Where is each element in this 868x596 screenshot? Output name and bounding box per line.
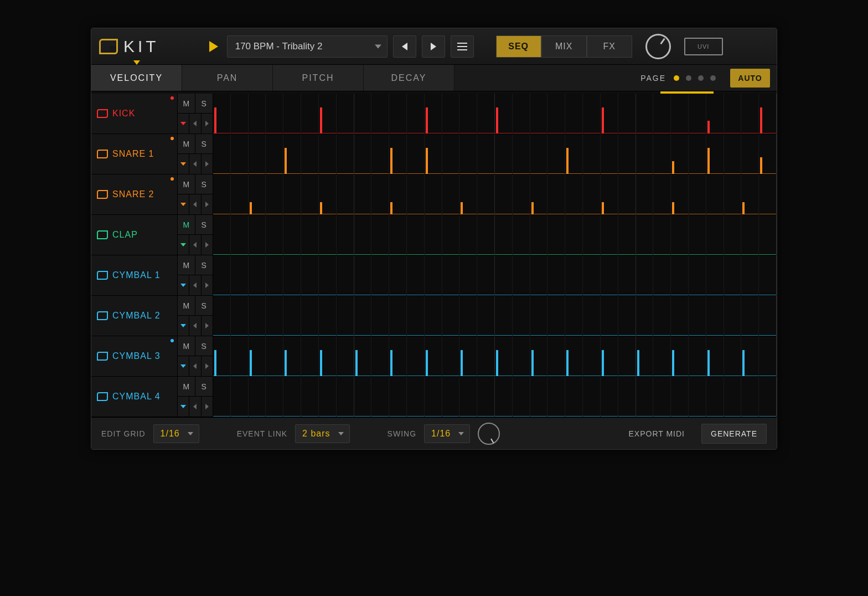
step-cell[interactable] [495, 174, 513, 214]
shift-left-button[interactable] [189, 397, 201, 417]
step-cell[interactable] [741, 215, 759, 255]
step-cell[interactable] [354, 134, 372, 174]
step-cell[interactable] [653, 215, 671, 255]
step-cell[interactable] [565, 377, 583, 417]
step-cell[interactable] [249, 134, 266, 174]
step-cell[interactable] [671, 94, 689, 133]
step-cell[interactable] [724, 134, 742, 174]
step-cell[interactable] [513, 94, 530, 133]
step-cell[interactable] [213, 336, 231, 376]
step-cell[interactable] [337, 215, 354, 255]
step-cell[interactable] [213, 377, 231, 417]
step-cell[interactable] [495, 296, 513, 336]
step-cell[interactable] [601, 377, 618, 417]
step-cell[interactable] [213, 255, 231, 295]
step-cell[interactable] [266, 296, 283, 336]
step-cell[interactable] [231, 296, 249, 336]
step-cell[interactable] [671, 296, 689, 336]
step-cell[interactable] [319, 174, 337, 214]
step-cell[interactable] [601, 94, 618, 133]
step-cell[interactable] [354, 377, 372, 417]
preset-prev-button[interactable] [393, 35, 416, 58]
step-cell[interactable] [266, 94, 283, 133]
step-cell[interactable] [459, 134, 477, 174]
step-cell[interactable] [565, 215, 583, 255]
step-cell[interactable] [319, 255, 337, 295]
velocity-bar[interactable] [461, 350, 463, 376]
velocity-bar[interactable] [672, 350, 674, 376]
step-cell[interactable] [249, 336, 266, 376]
step-cell[interactable] [706, 174, 724, 214]
step-cell[interactable] [741, 336, 759, 376]
step-cell[interactable] [671, 215, 689, 255]
shift-left-button[interactable] [189, 114, 201, 133]
step-cell[interactable] [354, 255, 372, 295]
step-cell[interactable] [407, 94, 425, 133]
step-cell[interactable] [283, 94, 301, 133]
step-cell[interactable] [759, 215, 777, 255]
step-cell[interactable] [477, 134, 495, 174]
step-cell[interactable] [459, 174, 477, 214]
step-cell[interactable] [477, 215, 495, 255]
step-cell[interactable] [389, 377, 407, 417]
step-cell[interactable] [530, 255, 548, 295]
step-cell[interactable] [601, 174, 618, 214]
step-cell[interactable] [213, 174, 231, 214]
velocity-bar[interactable] [320, 350, 322, 376]
step-cell[interactable] [513, 377, 530, 417]
step-cell[interactable] [547, 377, 565, 417]
step-cell[interactable] [618, 255, 636, 295]
step-cell[interactable] [547, 215, 565, 255]
step-cell[interactable] [283, 255, 301, 295]
track-title[interactable]: CYMBAL 3 [91, 336, 177, 376]
step-cell[interactable] [706, 134, 724, 174]
step-cell[interactable] [266, 377, 283, 417]
step-cell[interactable] [547, 296, 565, 336]
solo-button[interactable]: S [195, 377, 213, 397]
step-cell[interactable] [530, 336, 548, 376]
step-cell[interactable] [636, 296, 654, 336]
step-cell[interactable] [583, 377, 601, 417]
step-cell[interactable] [618, 134, 636, 174]
velocity-bar[interactable] [461, 202, 463, 214]
velocity-bar[interactable] [742, 350, 745, 376]
step-cell[interactable] [547, 336, 565, 376]
page-dot[interactable] [674, 75, 679, 81]
preset-select[interactable]: 170 BPM - Tribality 2 [227, 35, 388, 58]
step-cell[interactable] [389, 174, 407, 214]
solo-button[interactable]: S [195, 94, 213, 114]
view-seq-button[interactable]: SEQ [496, 35, 541, 58]
step-cell[interactable] [653, 134, 671, 174]
step-cell[interactable] [689, 296, 706, 336]
step-cell[interactable] [759, 336, 777, 376]
shift-right-button[interactable] [202, 194, 213, 214]
step-cell[interactable] [741, 94, 759, 133]
step-cell[interactable] [689, 134, 706, 174]
step-cell[interactable] [636, 94, 654, 133]
velocity-bar[interactable] [566, 148, 569, 174]
step-cell[interactable] [442, 336, 460, 376]
track-menu-button[interactable] [178, 275, 189, 295]
velocity-bar[interactable] [707, 350, 710, 376]
step-cell[interactable] [459, 296, 477, 336]
swing-select[interactable]: 1/16 [424, 424, 470, 443]
velocity-bar[interactable] [426, 350, 428, 376]
mute-button[interactable]: M [178, 296, 195, 316]
step-cell[interactable] [601, 255, 618, 295]
step-cell[interactable] [337, 336, 354, 376]
step-cell[interactable] [530, 94, 548, 133]
step-cell[interactable] [513, 215, 530, 255]
step-cell[interactable] [759, 174, 777, 214]
step-cell[interactable] [283, 174, 301, 214]
step-cell[interactable] [301, 174, 319, 214]
step-cell[interactable] [319, 296, 337, 336]
step-cell[interactable] [530, 296, 548, 336]
step-cell[interactable] [689, 215, 706, 255]
step-cell[interactable] [389, 296, 407, 336]
step-cell[interactable] [653, 255, 671, 295]
step-cell[interactable] [442, 377, 460, 417]
step-cell[interactable] [337, 134, 354, 174]
step-cell[interactable] [477, 377, 495, 417]
shift-right-button[interactable] [202, 154, 213, 174]
step-cell[interactable] [319, 336, 337, 376]
